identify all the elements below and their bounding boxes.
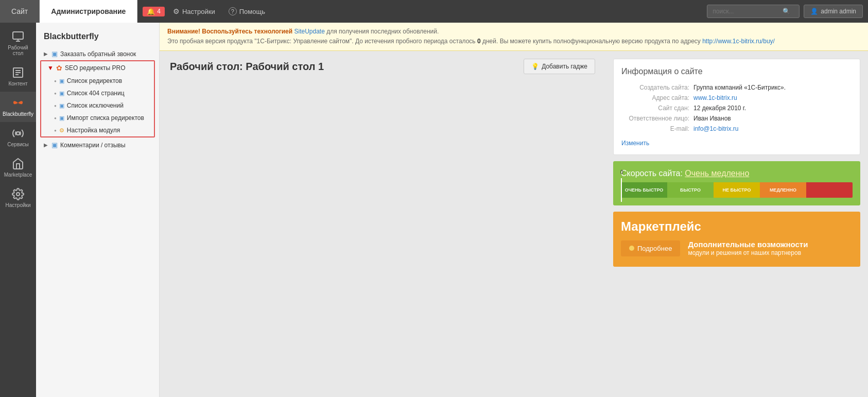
marketplace-description: Дополнительные возможности модули и реше… <box>688 240 808 256</box>
marketplace-btn-label: Подробнее <box>637 245 672 252</box>
dot-icon-2: ● <box>54 91 57 96</box>
notifications-badge[interactable]: 🔔 4 <box>143 7 165 16</box>
sidebar-item-desktop-label: Рабочий стол <box>3 45 33 56</box>
speed-seg-3: МЕДЛЕННО <box>760 182 806 198</box>
tree-item-import[interactable]: ● ▣ Импорт списка редиректов <box>41 112 154 124</box>
page-small-icon-4: ▣ <box>59 115 64 122</box>
tree-group-seo-parent[interactable]: ▼ ✿ SEO редиректы PRO <box>41 61 154 75</box>
user-button[interactable]: 👤 admin admin <box>804 5 863 18</box>
info-label-address: Адрес сайта: <box>621 94 693 101</box>
info-value-creator: Группа компаний «1С-Битрикс». <box>693 84 786 91</box>
sidebar-item-content-label: Контент <box>8 81 27 87</box>
module-settings-label: Настройка модуля <box>67 127 120 134</box>
settings-nav-item[interactable]: ⚙ Настройки <box>168 7 220 15</box>
tree-item-exceptions[interactable]: ● ▣ Список исключений <box>41 99 154 112</box>
speed-seg-4 <box>806 182 853 198</box>
tree-sidebar: Blackbutterfly ▶ ▣ Заказать обратный зво… <box>36 23 160 397</box>
sidebar-item-services-label: Сервисы <box>7 142 28 147</box>
help-nav-item[interactable]: ? Помощь <box>223 7 270 15</box>
badge-count: 4 <box>157 8 161 15</box>
dot-icon: ● <box>54 79 57 83</box>
services-icon <box>12 127 24 140</box>
top-navigation: Сайт Администрирование 🔔 4 ⚙ Настройки ?… <box>0 0 868 23</box>
settings-icon <box>12 188 24 200</box>
tree-item-404-list[interactable]: ● ▣ Список 404 страниц <box>41 87 154 99</box>
tree-item-comments[interactable]: ▶ ▣ Комментарии / отзывы <box>36 139 159 151</box>
info-card: Информация о сайте Создатель сайта: Груп… <box>613 59 860 155</box>
dot-icon-3: ● <box>54 103 57 108</box>
sidebar-item-settings[interactable]: Настройки <box>0 183 36 213</box>
info-value-address[interactable]: www.1c-bitrix.ru <box>693 94 737 101</box>
tree-group-seo: ▼ ✿ SEO редиректы PRO ● ▣ Список редирек… <box>40 60 155 137</box>
page-small-icon-2: ▣ <box>59 90 64 97</box>
collapse-arrow-icon: ▼ <box>47 64 54 72</box>
marketplace-card: Маркетплейс Подробнее Дополнительные воз… <box>613 212 860 267</box>
exceptions-label: Список исключений <box>67 102 124 109</box>
info-label-person: Ответственное лицо: <box>621 115 693 122</box>
sidebar-item-blackbutterfly[interactable]: Blackbutterfly <box>0 92 36 122</box>
tree-header: Blackbutterfly <box>36 28 159 47</box>
info-value-person: Иван Иванов <box>693 115 731 122</box>
marketplace-title: Маркетплейс <box>621 219 853 234</box>
add-gadget-button[interactable]: 💡 Добавить гадже <box>524 59 595 74</box>
comments-label: Комментарии / отзывы <box>60 142 126 149</box>
speed-scale: ОЧЕНЬ БЫСТРО БЫСТРО НЕ БЫСТРО МЕДЛЕННО <box>621 182 853 198</box>
speed-seg-2: НЕ БЫСТРО <box>714 182 760 198</box>
search-icon: 🔍 <box>783 8 790 15</box>
gear-icon: ⚙ <box>173 7 180 15</box>
sidebar-item-blackbutterfly-label: Blackbutterfly <box>3 111 33 117</box>
warning-line2-prefix: Это пробная версия продукта "1С-Битрикс:… <box>167 38 477 45</box>
page-title: Рабочий стол: Рабочий стол 1 <box>170 61 324 73</box>
speed-seg-0: ОЧЕНЬ БЫСТРО <box>621 182 667 198</box>
search-box[interactable]: 🔍 <box>707 5 800 18</box>
speed-bar-container: 0 ОЧЕНЬ БЫСТРО БЫСТРО НЕ БЫСТРО <box>621 182 853 198</box>
tree-item-callback[interactable]: ▶ ▣ Заказать обратный звонок <box>36 47 159 60</box>
info-value-email[interactable]: info@1c-bitrix.ru <box>693 125 739 132</box>
arrow-icon: ▶ <box>44 51 49 57</box>
tree-item-module-settings[interactable]: ● ⚙ Настройка модуля <box>41 124 154 136</box>
sidebar-item-content[interactable]: Контент <box>0 61 36 92</box>
info-row-address: Адрес сайта: www.1c-bitrix.ru <box>621 93 852 103</box>
marketplace-dot-icon <box>629 246 634 251</box>
tree-item-redirect-list[interactable]: ● ▣ Список редиректов <box>41 75 154 87</box>
speed-title: Скорость сайта: Очень медленно <box>621 169 853 178</box>
site-tab[interactable]: Сайт <box>0 0 40 23</box>
warning-banner: Внимание! Воспользуйтесь технологией Sit… <box>160 23 868 51</box>
top-nav-items: 🔔 4 ⚙ Настройки ? Помощь <box>137 0 707 23</box>
redirect-list-label: Список редиректов <box>67 77 122 84</box>
sidebar-item-marketplace-label: Marketplace <box>4 172 32 178</box>
tree-item-callback-label: Заказать обратный звонок <box>60 50 136 58</box>
seo-module-icon: ✿ <box>56 64 62 72</box>
dot-icon-5: ● <box>54 128 57 133</box>
warning-prefix: Внимание! Воспользуйтесь технологией <box>167 28 294 35</box>
bell-icon: 🔔 <box>147 8 155 15</box>
help-icon: ? <box>229 7 237 15</box>
import-label: Импорт списка редиректов <box>67 114 144 122</box>
page-small-icon: ▣ <box>59 78 64 84</box>
left-page-content: Рабочий стол: Рабочий стол 1 💡 Добавить … <box>160 51 605 397</box>
info-label-creator: Создатель сайта: <box>621 84 693 91</box>
marketplace-button[interactable]: Подробнее <box>621 240 680 256</box>
marketplace-content: Подробнее Дополнительные возможности мод… <box>621 240 853 256</box>
lightbulb-icon: 💡 <box>531 63 539 70</box>
tree-group-seo-label: SEO редиректы PRO <box>65 64 126 72</box>
siteupdate-link[interactable]: SiteUpdate <box>294 28 325 35</box>
page-icon-2: ▣ <box>51 141 58 149</box>
marketplace-icon <box>12 158 24 170</box>
buy-link[interactable]: http://www.1c-bitrix.ru/buy/ <box>702 38 775 45</box>
speed-card: Скорость сайта: Очень медленно 0 ОЧЕНЬ Б… <box>613 161 860 205</box>
speed-seg-1: БЫСТРО <box>667 182 714 198</box>
admin-tab[interactable]: Администрирование <box>40 0 137 23</box>
info-row-date: Сайт сдан: 12 декабря 2010 г. <box>621 103 852 113</box>
help-nav-label: Помощь <box>239 8 265 15</box>
sidebar-item-services[interactable]: Сервисы <box>0 122 36 152</box>
speed-indicator: 0 <box>621 178 622 202</box>
edit-link[interactable]: Изменить <box>621 140 649 147</box>
dot-icon-4: ● <box>54 116 57 120</box>
sidebar-item-marketplace[interactable]: Marketplace <box>0 152 36 183</box>
admin-tab-label: Администрирование <box>51 7 126 15</box>
sidebar-item-desktop[interactable]: Рабочий стол <box>0 25 36 61</box>
arrow-icon-2: ▶ <box>44 142 49 148</box>
search-input[interactable] <box>713 8 779 15</box>
speed-title-link[interactable]: Очень медленно <box>685 169 749 178</box>
